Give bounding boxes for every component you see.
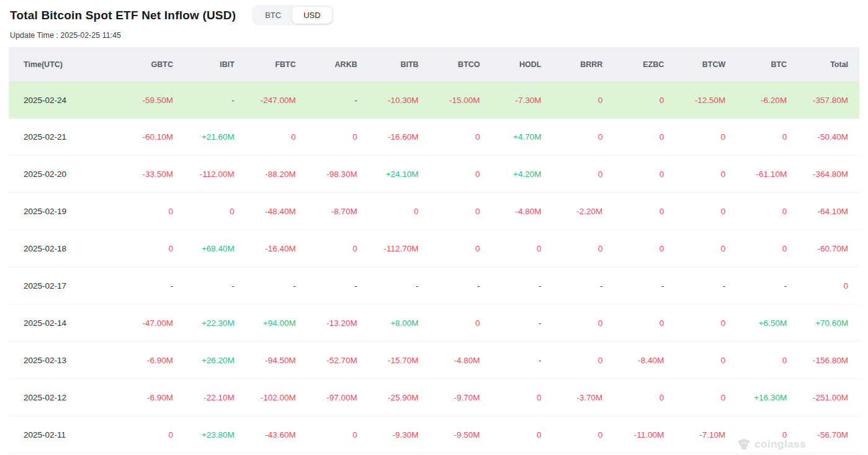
value-cell: 0	[666, 169, 728, 179]
value-cell: 0	[605, 318, 666, 328]
column-header-ibit: IBIT	[176, 60, 237, 69]
value-cell: -	[360, 281, 421, 291]
value-cell: 0	[114, 244, 176, 253]
value-cell: 0	[544, 96, 605, 105]
value-cell: +4.20M	[483, 169, 544, 179]
value-cell: -4.80M	[483, 207, 544, 216]
value-cell: -	[176, 281, 237, 291]
value-cell: -	[483, 318, 544, 328]
value-cell: 0	[728, 244, 789, 253]
value-cell: 0	[666, 132, 728, 142]
value-cell: -50.40M	[789, 132, 859, 142]
table-row[interactable]: 2025-02-24-59.50M--247.00M--10.30M-15.00…	[9, 81, 859, 119]
value-cell: 0	[605, 132, 666, 142]
column-header-btco: BTCO	[421, 60, 483, 69]
row-date: 2025-02-21	[9, 132, 114, 142]
value-cell: 0	[298, 244, 360, 253]
value-cell: 0	[666, 393, 728, 402]
value-cell: -22.10M	[176, 393, 237, 402]
column-header-btc: BTC	[728, 60, 789, 69]
column-header-total: Total	[789, 60, 859, 69]
value-cell: 0	[728, 356, 789, 365]
value-cell: -88.20M	[237, 169, 298, 179]
value-cell: -	[176, 96, 237, 105]
value-cell: -	[298, 281, 360, 291]
value-cell: 0	[544, 169, 605, 179]
value-cell: -59.50M	[114, 96, 176, 105]
watermark-label: coinglass	[754, 438, 806, 451]
value-cell: +26.20M	[176, 356, 237, 365]
value-cell: 0	[360, 207, 421, 216]
row-date: 2025-02-24	[9, 96, 114, 105]
value-cell: -	[421, 281, 483, 291]
row-date: 2025-02-12	[9, 393, 114, 402]
table-row[interactable]: 2025-02-14-47.00M+22.30M+94.00M-13.20M+8…	[9, 305, 859, 342]
toggle-btc-button[interactable]: BTC	[254, 7, 292, 24]
table-row[interactable]: 2025-02-17-----------0	[9, 268, 859, 305]
value-cell: +94.00M	[237, 318, 298, 328]
table-row[interactable]: 2025-02-180+68.40M-16.40M0-112.70M000000…	[9, 230, 859, 268]
table-row[interactable]: 2025-02-110+23.80M-43.60M0-9.30M-9.50M00…	[9, 417, 859, 454]
column-header-hodl: HODL	[483, 60, 544, 69]
page-title: Total Bitcoin Spot ETF Net Inflow (USD)	[10, 9, 236, 22]
table-header-row: Time(UTC)GBTCIBITFBTCARKBBITBBTCOHODLBRR…	[9, 47, 859, 81]
value-cell: +22.30M	[176, 318, 237, 328]
value-cell: 0	[544, 244, 605, 253]
value-cell: 0	[298, 132, 360, 142]
value-cell: -	[298, 96, 360, 105]
value-cell: -9.30M	[360, 430, 421, 439]
value-cell: -61.10M	[728, 169, 789, 179]
column-header-brrr: BRRR	[544, 60, 605, 69]
table-row[interactable]: 2025-02-12-6.90M-22.10M-102.00M-97.00M-2…	[9, 379, 859, 417]
value-cell: 0	[237, 132, 298, 142]
value-cell: +21.60M	[176, 132, 237, 142]
row-date: 2025-02-20	[9, 169, 114, 179]
row-date: 2025-02-19	[9, 207, 114, 216]
value-cell: -6.90M	[114, 356, 176, 365]
value-cell: -	[114, 281, 176, 291]
value-cell: 0	[544, 132, 605, 142]
table-row[interactable]: 2025-02-13-6.90M+26.20M-94.50M-52.70M-15…	[9, 342, 859, 379]
value-cell: -	[237, 281, 298, 291]
value-cell: -94.50M	[237, 356, 298, 365]
value-cell: 0	[728, 132, 789, 142]
value-cell: +16.30M	[728, 393, 789, 402]
value-cell: 0	[666, 356, 728, 365]
value-cell: 0	[728, 207, 789, 216]
value-cell: 0	[605, 207, 666, 216]
toggle-usd-button[interactable]: USD	[292, 7, 331, 24]
value-cell: -16.60M	[360, 132, 421, 142]
value-cell: +8.00M	[360, 318, 421, 328]
value-cell: -60.70M	[789, 244, 859, 253]
value-cell: -3.70M	[544, 393, 605, 402]
value-cell: -48.40M	[237, 207, 298, 216]
value-cell: 0	[544, 318, 605, 328]
value-cell: -251.00M	[789, 393, 859, 402]
column-header-fbtc: FBTC	[237, 60, 298, 69]
value-cell: +23.80M	[176, 430, 237, 439]
table-row[interactable]: 2025-02-1900-48.40M-8.70M00-4.80M-2.20M0…	[9, 193, 859, 230]
value-cell: -15.00M	[421, 96, 483, 105]
table-row[interactable]: 2025-02-21-60.10M+21.60M00-16.60M0+4.70M…	[9, 119, 859, 156]
value-cell: 0	[605, 96, 666, 105]
watermark: coinglass	[737, 438, 806, 451]
column-header-gbtc: GBTC	[114, 60, 176, 69]
value-cell: 0	[483, 393, 544, 402]
value-cell: 0	[605, 393, 666, 402]
value-cell: 0	[666, 318, 728, 328]
value-cell: -13.20M	[298, 318, 360, 328]
column-header-timeutc: Time(UTC)	[9, 60, 114, 69]
table-row[interactable]: 2025-02-20-33.50M-112.00M-88.20M-98.30M+…	[9, 156, 859, 193]
topbar: Total Bitcoin Spot ETF Net Inflow (USD) …	[0, 0, 868, 25]
value-cell: -11.00M	[605, 430, 666, 439]
value-cell: -	[544, 281, 605, 291]
value-cell: +68.40M	[176, 244, 237, 253]
value-cell: -60.10M	[114, 132, 176, 142]
value-cell: -7.10M	[666, 430, 728, 439]
value-cell: 0	[605, 169, 666, 179]
value-cell: -112.00M	[176, 169, 237, 179]
value-cell: -12.50M	[666, 96, 728, 105]
row-date: 2025-02-13	[9, 356, 114, 365]
gorilla-icon	[737, 438, 751, 451]
value-cell: -15.70M	[360, 356, 421, 365]
